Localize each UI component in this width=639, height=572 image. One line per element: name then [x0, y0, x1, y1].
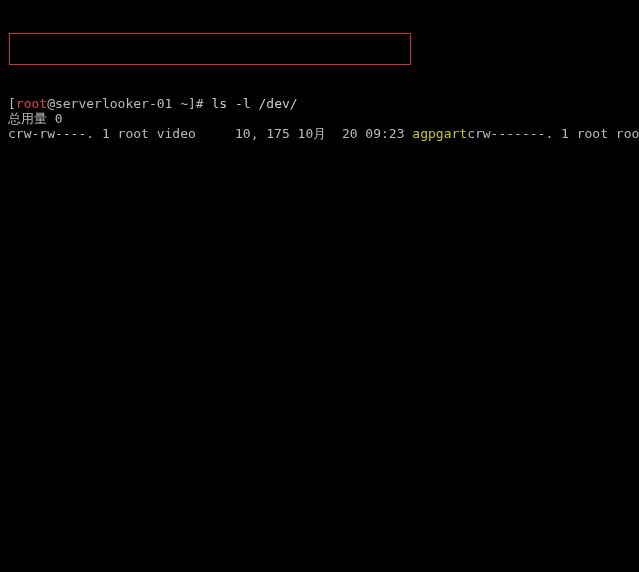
command: ls -l /dev/	[212, 96, 298, 111]
prompt-host: serverlooker-01	[55, 96, 172, 111]
list-row: crw-------. 1 root root 10, 235 10月 20 0…	[467, 126, 639, 141]
listing: crw-rw----. 1 root video 10, 175 10月 20 …	[8, 126, 631, 141]
total-line: 总用量 0	[8, 111, 63, 126]
list-row: crw-rw----. 1 root video 10, 175 10月 20 …	[8, 126, 467, 141]
prompt-line: [root@serverlooker-01 ~]# ls -l /dev/	[8, 96, 298, 111]
entry-name: agpgart	[412, 126, 467, 141]
prompt-user: root	[16, 96, 47, 111]
annotation-box	[9, 33, 411, 65]
terminal[interactable]: { "prompt": {"user":"root","host":"serve…	[0, 0, 639, 162]
